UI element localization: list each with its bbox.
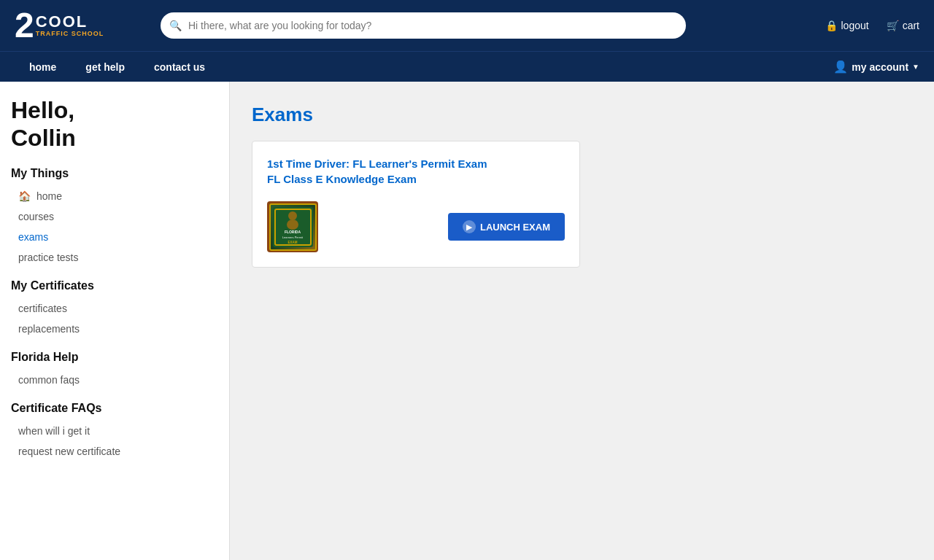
home-icon: 🏠 — [18, 190, 31, 202]
sidebar-item-courses[interactable]: courses — [11, 206, 215, 227]
sidebar-request-cert-label: request new certificate — [18, 446, 120, 457]
my-certificates-title: My Certificates — [11, 279, 215, 292]
svg-text:EXAM: EXAM — [287, 241, 297, 244]
sidebar-common-faqs-label: common faqs — [18, 374, 80, 386]
logo-cool-stack: COOL TRAFFIC SCHOOL — [36, 14, 104, 37]
sidebar-item-exams[interactable]: exams — [11, 227, 215, 247]
logo-subtitle: TRAFFIC SCHOOL — [36, 30, 104, 37]
nav-contact-us[interactable]: contact us — [139, 52, 220, 82]
search-input[interactable] — [161, 12, 686, 39]
my-account-label: my account — [852, 61, 908, 73]
search-icon: 🔍 — [169, 20, 182, 31]
sidebar-practice-tests-label: practice tests — [18, 252, 78, 263]
sidebar-item-replacements[interactable]: replacements — [11, 319, 215, 339]
sidebar-greeting: Hello, Collin — [11, 96, 215, 152]
logo-cool-text: COOL — [36, 14, 104, 30]
florida-help-title: Florida Help — [11, 351, 215, 364]
cart-label: cart — [903, 20, 919, 31]
sidebar-item-certificates[interactable]: certificates — [11, 298, 215, 319]
play-icon: ▶ — [463, 220, 476, 233]
svg-point-2 — [288, 211, 297, 220]
sidebar-item-request-cert[interactable]: request new certificate — [11, 441, 215, 462]
exam-logo-inner: FLORIDA Learners Permit EXAM — [269, 203, 317, 251]
sidebar-when-get-label: when will i get it — [18, 425, 90, 437]
chevron-down-icon: ▼ — [912, 63, 919, 71]
main-layout: Hello, Collin My Things 🏠 home courses e… — [0, 82, 934, 560]
exam-logo-svg: FLORIDA Learners Permit EXAM — [273, 207, 313, 247]
logout-link[interactable]: 🔒 logout — [825, 20, 869, 31]
nav-get-help[interactable]: get help — [71, 52, 139, 82]
logo-area: 2 COOL TRAFFIC SCHOOL — [15, 7, 146, 44]
sidebar-item-practice-tests[interactable]: practice tests — [11, 247, 215, 268]
svg-text:FLORIDA: FLORIDA — [284, 230, 301, 234]
launch-exam-label: LAUNCH EXAM — [480, 222, 550, 233]
sidebar-item-common-faqs[interactable]: common faqs — [11, 370, 215, 390]
lock-icon: 🔒 — [825, 20, 838, 31]
exam-card-body: FLORIDA Learners Permit EXAM ▶ LAUNCH EX… — [267, 201, 565, 252]
page-title: Exams — [252, 104, 912, 126]
sidebar-item-home[interactable]: 🏠 home — [11, 186, 215, 206]
nav-home[interactable]: home — [15, 52, 71, 82]
content-area: Exams 1st Time Driver: FL Learner's Perm… — [230, 82, 934, 560]
exam-card: 1st Time Driver: FL Learner's Permit Exa… — [252, 141, 580, 268]
sidebar-replacements-label: replacements — [18, 323, 80, 335]
exam-card-title: 1st Time Driver: FL Learner's Permit Exa… — [267, 156, 565, 187]
greeting-line1: Hello, — [11, 96, 215, 124]
search-bar[interactable]: 🔍 — [161, 12, 686, 39]
sidebar: Hello, Collin My Things 🏠 home courses e… — [0, 82, 230, 560]
exam-title-line2: FL Class E Knowledge Exam — [267, 171, 565, 187]
certificate-faqs-title: Certificate FAQs — [11, 402, 215, 415]
top-header: 2 COOL TRAFFIC SCHOOL 🔍 🔒 logout 🛒 cart — [0, 0, 934, 51]
logo-2: 2 — [15, 8, 34, 43]
svg-text:Learners Permit: Learners Permit — [282, 236, 303, 239]
exam-logo: FLORIDA Learners Permit EXAM — [267, 201, 318, 252]
svg-point-3 — [287, 219, 298, 230]
logo-box: 2 COOL TRAFFIC SCHOOL — [15, 7, 109, 44]
header-actions: 🔒 logout 🛒 cart — [825, 20, 920, 31]
logout-label: logout — [841, 20, 869, 31]
cart-icon: 🛒 — [887, 20, 899, 31]
greeting-line2: Collin — [11, 124, 215, 152]
exam-title-line1: 1st Time Driver: FL Learner's Permit Exa… — [267, 156, 565, 171]
sidebar-home-label: home — [36, 190, 62, 202]
my-things-title: My Things — [11, 167, 215, 180]
sidebar-certificates-label: certificates — [18, 303, 67, 314]
sidebar-exams-label: exams — [18, 231, 48, 243]
sidebar-courses-label: courses — [18, 211, 54, 222]
launch-exam-button[interactable]: ▶ LAUNCH EXAM — [448, 213, 565, 241]
nav-bar: home get help contact us 👤 my account ▼ — [0, 51, 934, 82]
cart-link[interactable]: 🛒 cart — [887, 20, 919, 31]
person-icon: 👤 — [833, 60, 848, 74]
my-account-wrapper[interactable]: 👤 my account ▼ — [833, 60, 919, 74]
sidebar-item-when-get[interactable]: when will i get it — [11, 421, 215, 441]
